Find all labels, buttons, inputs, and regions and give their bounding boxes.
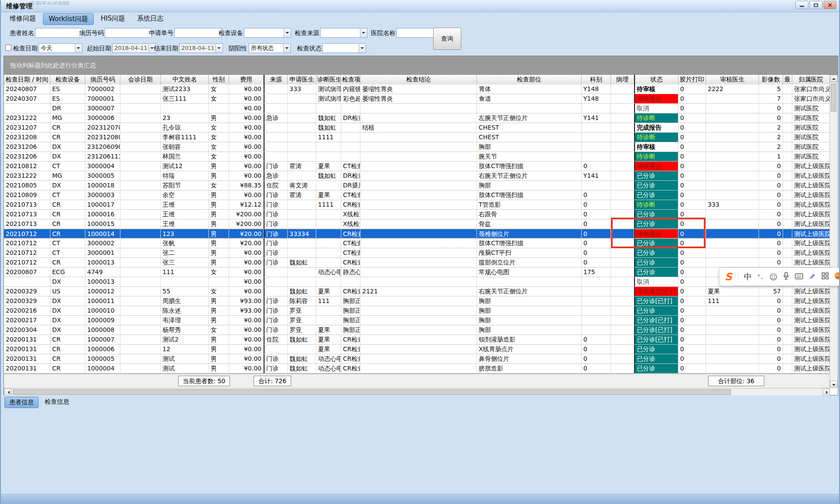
column-header-pathology[interactable]: 病理 <box>611 75 634 85</box>
column-header-dept[interactable]: 科别 <box>582 75 611 85</box>
table-row[interactable]: 20210713CR1000017王维男¥12.12门诊1111CR检查项目T管… <box>4 200 830 210</box>
cell-device: CT <box>50 239 85 248</box>
scroll-up-icon[interactable] <box>830 75 837 82</box>
column-header-device[interactable]: 检查设备 <box>50 75 85 85</box>
table-row[interactable]: 20200131CR100000612男¥0.00夏果CR检查项目X线胃肠点片0… <box>4 345 830 354</box>
table-row[interactable]: 20200329DX1000011周腊生男¥93.00门诊陈莉容111胸部正侧位… <box>4 296 830 306</box>
table-row[interactable]: DX1000013¥0.00取消00测试上级医院 <box>4 277 830 287</box>
exam-date-checkbox[interactable] <box>5 45 11 51</box>
column-header-consult-date[interactable]: 会诊日期 <box>120 75 161 85</box>
chevron-down-icon[interactable] <box>215 44 222 53</box>
table-row[interactable]: 20210712CT3000001张二男¥0.00门诊CT检查项目颅脑CT平扫0… <box>4 248 830 258</box>
exam-device-select[interactable] <box>244 28 291 38</box>
table-row[interactable]: 20200329US100001255女¥0.00魏如虹夏果CR检查项目2121… <box>4 287 830 296</box>
maximize-button-icon[interactable] <box>809 1 822 9</box>
table-row[interactable]: 20210713CR1000015王维男¥200.00门诊X线检查骨盆0已分诊0… <box>4 219 830 229</box>
column-header-film-print[interactable]: 胶片打印 <box>678 75 706 85</box>
column-header-fee[interactable]: 费用 <box>229 75 264 85</box>
table-row[interactable]: 20210809CT3000003余空男¥0.00门诊霍涛夏果CT检查项目肢体C… <box>4 190 830 200</box>
column-header-hospital[interactable]: 归属医院 <box>792 75 830 85</box>
exam-source-select[interactable] <box>320 28 367 38</box>
chevron-down-icon[interactable] <box>360 28 367 37</box>
table-row[interactable]: 20231222MG300000623男¥0.00急诊魏如虹DR检查左腕关节正侧… <box>4 113 830 123</box>
table-row[interactable]: DR3000007¥0.00取消00测试医院 <box>4 104 830 113</box>
column-header-exam-part[interactable]: 检查部位 <box>477 75 582 85</box>
apps-grid-icon[interactable] <box>822 272 829 281</box>
mascot-icon[interactable] <box>834 272 840 282</box>
tab-his-issues[interactable]: HIS问题 <box>95 13 130 25</box>
table-row[interactable]: 20210712CR1000013张三男¥0.00门诊魏如虹CR检查项目腹部倒立… <box>4 258 830 268</box>
keyboard-icon[interactable] <box>795 272 803 281</box>
exam-date-select-label: 检查日期 <box>13 43 38 53</box>
detail-tab-patient-info[interactable]: 患者信息 <box>4 397 39 408</box>
chevron-down-icon[interactable] <box>283 44 290 53</box>
table-row[interactable]: 20231222MG3000005特瑞男¥0.00急诊魏如虹DR检查右腕关节正侧… <box>4 171 830 181</box>
table-row[interactable]: 20210712CR1000014123男¥20.00门诊33334CR检查项目… <box>4 229 830 239</box>
chevron-down-icon[interactable] <box>359 44 366 53</box>
column-header-diagnosis-doctor[interactable]: 诊断医生 <box>316 75 341 85</box>
column-header-image-count[interactable]: 影像数 <box>759 75 783 85</box>
column-header-latest[interactable]: 最 <box>783 75 792 85</box>
minimize-button-icon[interactable] <box>795 1 808 9</box>
table-row[interactable]: 20210805DX1000018苏阳节女¥88.35住院蒋文涛DR摄片胸部已分… <box>4 181 830 190</box>
cell-exam-part: 颈椎侧位片 <box>477 229 582 238</box>
exam-status-select[interactable] <box>322 43 366 53</box>
table-row[interactable]: 20200216DX1000010陈永述男¥93.00门诊罗亚胸部正侧位胸部已分… <box>4 306 830 316</box>
column-header-sex[interactable]: 性别 <box>209 75 229 85</box>
horizontal-scroll-thumb[interactable] <box>13 389 731 395</box>
mrn-input[interactable] <box>105 28 152 38</box>
table-row[interactable]: 20200131CR1000005测试男¥0.00门诊魏如虹动态心电CR检查项目… <box>4 354 830 364</box>
detail-tab-exam-info[interactable]: 检查信息 <box>40 397 74 408</box>
table-row[interactable]: 20200304DX1000008杨帮秀女¥0.00门诊罗亚夏果胸部正侧位胸部已… <box>4 325 830 335</box>
punctuation-icon[interactable]: °， <box>758 273 764 281</box>
request-no-input[interactable] <box>174 28 222 38</box>
skin-icon[interactable] <box>809 272 816 281</box>
sogou-logo-icon[interactable]: S <box>725 271 732 282</box>
table-row[interactable]: 20231206DX231206111532林国兰女¥0.00腕关节待诊断01测… <box>4 152 830 162</box>
table-row[interactable]: 20200131CR1000004测试男¥0.00门诊魏如虹动态心电CR检查项目… <box>4 364 830 374</box>
column-header-request-doctor[interactable]: 申请医生 <box>288 75 316 85</box>
table-row[interactable]: 20210812CT3000004测试12男¥0.00门诊霍涛夏果CT检查项目肢… <box>4 162 830 171</box>
table-row[interactable]: 20210712CT3000002张帆男¥20.00门诊CT检查项目肢体CT增强… <box>4 239 830 248</box>
scroll-down-icon[interactable] <box>830 381 837 388</box>
table-row[interactable]: 20240307ES7000001张三111女¥0.00测试病理彩色超声萎缩性胃… <box>4 94 830 104</box>
chevron-down-icon[interactable] <box>284 28 291 37</box>
table-row[interactable]: 20210713CR1000016王维男¥200.00门诊X线检查右跟骨0已分诊… <box>4 210 830 219</box>
column-header-exam-date[interactable]: 检查日期 / 时间 <box>4 75 50 85</box>
positivity-select[interactable]: 所有状态 <box>249 43 291 53</box>
exam-date-select[interactable]: 今天 <box>39 43 82 53</box>
table-row[interactable]: 20231208CR20231208002李树容1111女¥0.001111CH… <box>4 133 830 142</box>
column-header-source[interactable]: 来源 <box>264 75 288 85</box>
chinese-mode-icon[interactable]: 中 <box>744 271 752 282</box>
end-date-picker[interactable]: 2018-04-11 <box>179 43 223 53</box>
chevron-down-icon[interactable] <box>75 44 82 53</box>
patient-name-input[interactable] <box>35 28 82 38</box>
vertical-scroll-thumb[interactable] <box>831 84 836 112</box>
column-header-review-doctor[interactable]: 审核医生 <box>706 75 759 85</box>
column-header-status[interactable]: 状态 <box>634 75 678 85</box>
query-button[interactable]: 查询 <box>433 28 461 50</box>
emoji-icon[interactable]: ☺ <box>769 272 778 282</box>
column-header-name[interactable]: 中文姓名 <box>161 75 209 85</box>
scroll-right-icon[interactable] <box>822 388 830 396</box>
cell-dept <box>582 181 611 190</box>
table-row[interactable]: 20200217DX1000009韦泽理男¥0.00门诊罗亚胸部正侧位胸部已分诊… <box>4 316 830 325</box>
column-header-mrn[interactable]: 病历号码 <box>85 75 120 85</box>
tab-system-log[interactable]: 系统日志 <box>132 13 169 25</box>
column-header-exam-item[interactable]: 检查项目 <box>341 75 360 85</box>
mic-icon[interactable] <box>783 272 789 282</box>
start-date-picker[interactable]: 2018-04-11 <box>112 43 156 53</box>
group-by-hint[interactable]: 拖动列标题到此处进行分类汇总 <box>4 56 838 75</box>
scroll-left-icon[interactable] <box>4 388 11 396</box>
column-header-conclusion[interactable]: 检查结论 <box>360 75 477 85</box>
table-row[interactable]: 20200807ECG4749111女¥0.00动态心电静态心电图常规心电图17… <box>4 268 830 277</box>
tab-repair-issues[interactable]: 维修问题 <box>4 13 41 25</box>
table-row[interactable]: 20231207CR20231207003孔令琼女¥0.00魏如虹结核CHEST… <box>4 123 830 133</box>
table-row[interactable]: 20231206DX231206090244张朝容女¥0.00胸部待审核02测试… <box>4 142 830 152</box>
table-row[interactable]: 20200131CR1000007测试2男¥0.00住院魏如虹夏果CR检查项目钡… <box>4 335 830 345</box>
tab-worklist-issues[interactable]: Worklist问题 <box>43 13 94 25</box>
vertical-scrollbar[interactable] <box>829 75 838 388</box>
horizontal-scrollbar[interactable] <box>4 388 830 396</box>
table-row[interactable]: 20240807ES7000002测试2233女¥0.00333测试病理内窥镜检… <box>4 85 830 94</box>
close-button-icon[interactable]: × <box>823 1 836 9</box>
